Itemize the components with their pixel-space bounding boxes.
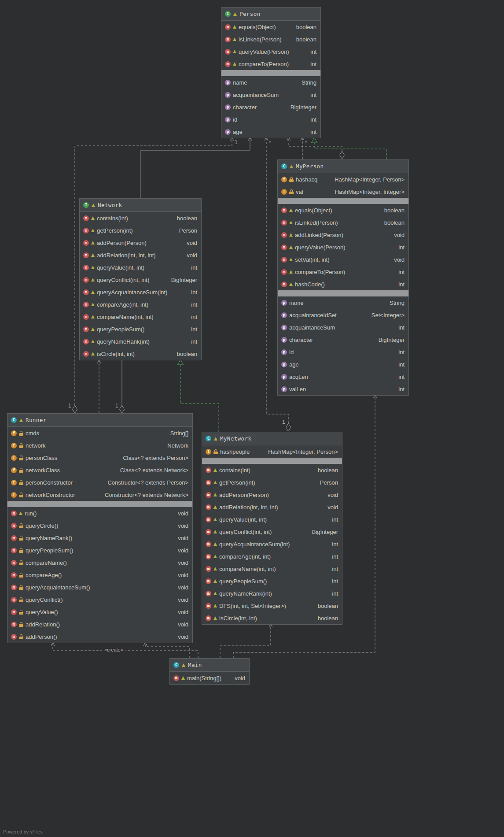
class-header-runner[interactable]: CRunner	[7, 414, 192, 427]
class-icon: C	[206, 436, 211, 441]
method-icon: m	[83, 228, 89, 233]
member-type: int	[394, 374, 405, 380]
member-type: BigInteger	[167, 277, 197, 283]
class-node-network[interactable]: INetworkmcontains(int)booleanmgetPerson(…	[79, 198, 202, 360]
member-row-addrelation[interactable]: maddRelation()void	[7, 618, 192, 630]
visibility-icon	[91, 266, 95, 269]
member-row-queryacquaintancesum-int[interactable]: mqueryAcquaintanceSum(int)int	[202, 538, 342, 550]
member-row-networkclass[interactable]: fnetworkClassClass<? extends Network>	[7, 464, 192, 476]
class-header-myperson[interactable]: CMyPerson	[278, 160, 408, 173]
member-row-contains-int[interactable]: mcontains(int)boolean	[202, 464, 342, 476]
member-row-comparename[interactable]: mcompareName()void	[7, 556, 192, 569]
member-type: Class<? extends Person>	[118, 455, 188, 461]
member-row-queryvalue-int-int[interactable]: mqueryValue(int, int)int	[80, 261, 201, 274]
member-row-setval-int-int[interactable]: msetVal(int, int)void	[278, 253, 408, 266]
member-row-querypeoplesum[interactable]: mqueryPeopleSum()int	[202, 575, 342, 587]
class-header-main[interactable]: CMain	[170, 659, 249, 672]
member-row-run[interactable]: mrun()void	[7, 507, 192, 519]
member-row-main-string[interactable]: mmain(String[])void	[170, 672, 249, 684]
member-row-contains-int[interactable]: mcontains(int)boolean	[80, 212, 201, 224]
member-row-acqlen[interactable]: pacqLenint	[278, 370, 408, 383]
member-row-compareto-person[interactable]: mcompareTo(Person)int	[278, 266, 408, 278]
member-row-addperson-person[interactable]: maddPerson(Person)void	[80, 237, 201, 249]
member-row-personclass[interactable]: fpersonClassClass<? extends Person>	[7, 452, 192, 464]
member-row-hashacq[interactable]: fhashacqHashMap<Integer, Person>	[278, 173, 408, 185]
class-header-network[interactable]: INetwork	[80, 199, 201, 212]
member-row-network[interactable]: fnetworkNetwork	[7, 439, 192, 452]
member-row-acquaintancesum[interactable]: pacquaintanceSumint	[278, 321, 408, 333]
class-node-myperson[interactable]: CMyPersonfhashacqHashMap<Integer, Person…	[277, 159, 409, 396]
member-row-queryconflict[interactable]: mqueryConflict()void	[7, 593, 192, 606]
member-row-id[interactable]: pidint	[221, 113, 320, 126]
visibility-icon	[213, 592, 217, 595]
member-row-queryconflict-int-int[interactable]: mqueryConflict(int, int)BigInteger	[202, 526, 342, 538]
member-row-compareage-int-int[interactable]: mcompareAge(int, int)int	[202, 550, 342, 563]
member-row-name[interactable]: pnameString	[278, 296, 408, 309]
method-icon: m	[206, 615, 211, 621]
member-row-addperson[interactable]: maddPerson()void	[7, 630, 192, 643]
member-row-acquaintanceidset[interactable]: pacquaintanceIdSetSet<Integer>	[278, 309, 408, 321]
member-row-iscircle-int-int[interactable]: misCircle(int, int)boolean	[202, 612, 342, 624]
member-row-equals-object[interactable]: mequals(Object)boolean	[221, 21, 320, 33]
member-row-character[interactable]: pcharacterBigInteger	[278, 333, 408, 346]
class-header-mynetwork[interactable]: CMyNetwork	[202, 432, 342, 445]
member-row-equals-object[interactable]: mequals(Object)boolean	[278, 204, 408, 216]
member-row-character[interactable]: pcharacterBigInteger	[221, 101, 320, 113]
member-row-iscircle-int-int[interactable]: misCircle(int, int)boolean	[80, 348, 201, 360]
member-row-comparename-int-int[interactable]: mcompareName(int, int)int	[80, 311, 201, 323]
member-row-comparename-int-int[interactable]: mcompareName(int, int)int	[202, 563, 342, 575]
member-row-queryvalue-person[interactable]: mqueryValue(Person)int	[278, 241, 408, 253]
class-node-person[interactable]: IPersonmequals(Object)booleanmisLinked(P…	[221, 7, 321, 138]
member-row-age[interactable]: pageint	[221, 126, 320, 138]
member-row-queryconflict-int-int[interactable]: mqueryConflict(int, int)BigInteger	[80, 274, 201, 286]
member-row-id[interactable]: pidint	[278, 346, 408, 358]
member-row-queryvalue[interactable]: mqueryValue()void	[7, 606, 192, 618]
member-row-querynamerank-int[interactable]: mqueryNameRank(int)int	[80, 335, 201, 348]
class-node-main[interactable]: CMainmmain(String[])void	[169, 658, 250, 685]
member-row-age[interactable]: pageint	[278, 358, 408, 370]
lock-icon	[19, 622, 23, 627]
member-row-compareto-person[interactable]: mcompareTo(Person)int	[221, 58, 320, 70]
member-row-hashpeople[interactable]: fhashpeopleHashMap<Integer, Person>	[202, 445, 342, 458]
member-row-dfs-int-int-set-integer[interactable]: mDFS(int, int, Set<Integer>)boolean	[202, 600, 342, 612]
class-header-person[interactable]: IPerson	[221, 7, 320, 21]
member-row-addperson-person[interactable]: maddPerson(Person)void	[202, 489, 342, 501]
diagram-canvas[interactable]: 1111** Powered by yFiles IPersonmequals(…	[0, 0, 504, 837]
member-row-compareage-int-int[interactable]: mcompareAge(int, int)int	[80, 298, 201, 311]
member-row-addrelation-int-int-int[interactable]: maddRelation(int, int, int)void	[80, 249, 201, 261]
method-icon: m	[11, 560, 17, 566]
member-row-islinked-person[interactable]: misLinked(Person)boolean	[221, 33, 320, 45]
member-row-hashcode[interactable]: mhashCode()int	[278, 278, 408, 290]
member-row-querypeoplesum[interactable]: mqueryPeopleSum()void	[7, 544, 192, 556]
member-row-islinked-person[interactable]: misLinked(Person)boolean	[278, 216, 408, 229]
member-row-val[interactable]: fvalHashMap<Integer, Integer>	[278, 185, 408, 198]
member-row-querypeoplesum[interactable]: mqueryPeopleSum()int	[80, 323, 201, 335]
member-row-getperson-int[interactable]: mgetPerson(int)Person	[202, 476, 342, 489]
member-row-queryvalue-person[interactable]: mqueryValue(Person)int	[221, 45, 320, 58]
member-row-vallen[interactable]: pvalLenint	[278, 383, 408, 395]
member-row-getperson-int[interactable]: mgetPerson(int)Person	[80, 224, 201, 237]
member-row-queryacquaintancesum-int[interactable]: mqueryAcquaintanceSum(int)int	[80, 286, 201, 298]
visibility-icon	[213, 542, 217, 546]
lock-icon	[289, 177, 294, 182]
member-row-cmds[interactable]: fcmdsString[]	[7, 427, 192, 439]
member-row-personconstructor[interactable]: fpersonConstructorConstructor<? extends …	[7, 476, 192, 489]
member-row-name[interactable]: pnameString	[221, 76, 320, 89]
class-node-mynetwork[interactable]: CMyNetworkfhashpeopleHashMap<Integer, Pe…	[202, 432, 342, 625]
visibility-icon	[213, 530, 217, 533]
member-row-queryacquaintancesum[interactable]: mqueryAcquaintanceSum()void	[7, 581, 192, 593]
member-row-querycircle[interactable]: mqueryCircle()void	[7, 519, 192, 532]
member-type: HashMap<Integer, Person>	[264, 448, 338, 455]
property-icon: p	[225, 104, 231, 110]
member-row-networkconstructor[interactable]: fnetworkConstructorConstructor<? extends…	[7, 489, 192, 501]
member-row-acquaintancesum[interactable]: pacquaintanceSumint	[221, 89, 320, 101]
powered-by-label[interactable]: Powered by yFiles	[3, 829, 43, 834]
member-row-querynamerank[interactable]: mqueryNameRank()void	[7, 532, 192, 544]
member-row-compareage[interactable]: mcompareAge()void	[7, 569, 192, 581]
member-row-querynamerank-int[interactable]: mqueryNameRank(int)int	[202, 587, 342, 600]
member-row-addlinked-person[interactable]: maddLinked(Person)void	[278, 229, 408, 241]
method-icon: m	[11, 622, 17, 627]
class-node-runner[interactable]: CRunnerfcmdsString[]fnetworkNetworkfpers…	[7, 413, 193, 643]
member-row-queryvalue-int-int[interactable]: mqueryValue(int, int)int	[202, 513, 342, 526]
member-row-addrelation-int-int-int[interactable]: maddRelation(int, int, int)void	[202, 501, 342, 513]
